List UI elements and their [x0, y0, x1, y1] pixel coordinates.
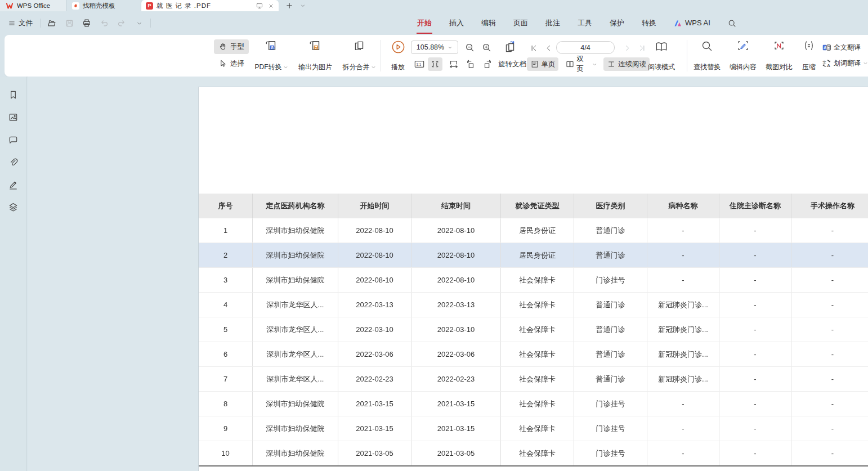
- table-cell: 深圳市龙华区人...: [253, 317, 338, 342]
- continuous-reading-button[interactable]: 连续阅读: [603, 57, 650, 71]
- tab-list-chevron-icon[interactable]: [300, 3, 306, 8]
- compress-button[interactable]: 压缩: [796, 39, 822, 72]
- open-folder-icon: [47, 18, 57, 28]
- redo-icon: [117, 18, 127, 28]
- single-page-button[interactable]: 单页: [527, 57, 558, 71]
- monitor-icon[interactable]: [256, 2, 263, 10]
- menu-item-tools[interactable]: 工具: [577, 12, 593, 34]
- next-page-button[interactable]: [620, 41, 634, 55]
- save-button[interactable]: [63, 17, 75, 29]
- bookmark-panel-button[interactable]: [7, 89, 20, 100]
- next-page-icon: [623, 44, 632, 52]
- hand-tool-button[interactable]: 手型: [214, 39, 249, 54]
- table-header-row: 序号定点医药机构名称开始时间结束时间就诊凭证类型医疗类别病种名称住院主诊断名称手…: [199, 194, 868, 218]
- layers-icon: [8, 202, 19, 213]
- zoom-in-button[interactable]: [480, 41, 493, 54]
- table-cell: 2021-03-15: [338, 416, 411, 441]
- play-button[interactable]: 播放: [385, 39, 411, 72]
- screenshot-compare-button[interactable]: 截图对比: [761, 39, 797, 72]
- pdf-convert-icon: W: [264, 39, 279, 54]
- zoom-value: 105.88%: [417, 43, 444, 51]
- split-merge-button[interactable]: 拆分合并: [338, 39, 381, 72]
- menu-item-convert[interactable]: 转换: [641, 12, 657, 34]
- comment-panel-button[interactable]: [7, 134, 20, 145]
- zoom-out-icon: [464, 42, 475, 53]
- prev-page-button[interactable]: [542, 41, 555, 55]
- continuous-reading-icon: [607, 60, 616, 69]
- rotate-pages-button[interactable]: [502, 39, 518, 55]
- pdf-page[interactable]: 序号定点医药机构名称开始时间结束时间就诊凭证类型医疗类别病种名称住院主诊断名称手…: [198, 87, 868, 471]
- close-icon[interactable]: [268, 3, 274, 9]
- pdf-convert-button[interactable]: W PDF转换: [250, 39, 293, 72]
- document-title: 就 医 记 录 .PDF: [156, 2, 252, 10]
- print-button[interactable]: [80, 17, 93, 29]
- table-cell: 社会保障卡: [501, 441, 574, 465]
- zoom-level-select[interactable]: 105.88%: [411, 41, 458, 54]
- menu-search-icon[interactable]: [727, 19, 737, 28]
- table-row: 3深圳市妇幼保健院2022-08-102022-08-10社会保障卡门诊挂号--…: [199, 267, 868, 292]
- table-cell: -: [647, 416, 719, 441]
- export-image-button[interactable]: 输出为图片: [293, 39, 338, 72]
- first-page-button[interactable]: [527, 41, 540, 55]
- table-cell: 门诊挂号: [574, 268, 647, 292]
- double-page-button[interactable]: 双页: [563, 57, 600, 71]
- undo-button[interactable]: [98, 17, 110, 29]
- table-cell: 社会保障卡: [501, 317, 574, 342]
- actual-size-button[interactable]: 1:1: [411, 57, 428, 71]
- table-header-cell: 住院主诊断名称: [719, 194, 791, 218]
- zoom-out-button[interactable]: [463, 41, 476, 54]
- signature-panel-button[interactable]: [7, 179, 20, 190]
- menu-item-insert[interactable]: 插入: [449, 12, 464, 34]
- menu-item-annotate[interactable]: 批注: [545, 12, 561, 34]
- chevron-down-icon: [863, 61, 868, 66]
- rotate-right-button[interactable]: [480, 57, 495, 71]
- page-indicator-input[interactable]: 4/4: [556, 41, 615, 54]
- reading-mode-button[interactable]: 阅读模式: [644, 39, 679, 72]
- menu-item-page[interactable]: 页面: [513, 12, 529, 34]
- window-tab-bar: WPS Office 找稻壳模板 P 就 医 记 录 .PDF: [0, 0, 868, 11]
- export-image-icon: [308, 39, 323, 54]
- fit-page-button[interactable]: [446, 57, 462, 71]
- compress-icon: [802, 39, 816, 53]
- chevron-down-icon: [283, 65, 288, 70]
- tab-wps-office[interactable]: WPS Office: [0, 0, 66, 11]
- comment-icon: [8, 134, 19, 145]
- compress-label: 压缩: [802, 62, 816, 72]
- select-tool-button[interactable]: 选择: [214, 56, 249, 71]
- edit-content-button[interactable]: 编辑内容: [725, 39, 761, 72]
- rotate-document-label[interactable]: 旋转文档: [495, 57, 529, 71]
- menu-item-wps-ai[interactable]: WPS AI: [673, 12, 711, 34]
- table-cell: -: [719, 416, 791, 441]
- table-row: 1深圳市妇幼保健院2022-08-102022-08-10居民身份证普通门诊--…: [199, 218, 868, 243]
- rotate-left-button[interactable]: [463, 57, 478, 71]
- wps-ai-label: WPS AI: [685, 12, 710, 34]
- find-replace-button[interactable]: 查找替换: [689, 39, 725, 72]
- fit-width-button[interactable]: [428, 57, 442, 71]
- table-cell: 社会保障卡: [501, 416, 574, 441]
- table-cell: -: [791, 243, 868, 267]
- find-replace-icon: [700, 39, 714, 53]
- open-folder-button[interactable]: [46, 17, 58, 29]
- pdf-convert-label: PDF转换: [255, 62, 282, 72]
- new-tab-plus-icon[interactable]: [285, 2, 293, 10]
- menu-item-edit[interactable]: 编辑: [481, 12, 496, 34]
- pdf-table: 序号定点医药机构名称开始时间结束时间就诊凭证类型医疗类别病种名称住院主诊断名称手…: [199, 194, 868, 466]
- table-cell: -: [719, 243, 791, 267]
- menu-bar: 文件 开始 插入 编辑: [0, 11, 868, 35]
- full-text-translate-button[interactable]: A字 全文翻译: [822, 43, 861, 52]
- wps-pdf-window: WPS Office 找稻壳模板 P 就 医 记 录 .PDF 文件: [0, 0, 868, 471]
- thumbnail-panel-button[interactable]: [7, 111, 20, 123]
- menu-item-protect[interactable]: 保护: [609, 12, 625, 34]
- document-view-area[interactable]: 序号定点医药机构名称开始时间结束时间就诊凭证类型医疗类别病种名称住院主诊断名称手…: [28, 77, 868, 471]
- word-translate-button[interactable]: 文A 划词翻译: [822, 59, 868, 68]
- menu-item-home[interactable]: 开始: [417, 12, 432, 34]
- tab-docer-templates[interactable]: 找稻壳模板: [66, 0, 141, 11]
- redo-button[interactable]: [115, 17, 128, 29]
- wps-logo-icon: [6, 2, 14, 10]
- layers-panel-button[interactable]: [7, 201, 20, 213]
- quick-access-chevron[interactable]: [133, 17, 145, 29]
- file-menu-button[interactable]: 文件: [6, 17, 35, 30]
- tab-document-active[interactable]: P 就 医 记 录 .PDF: [141, 0, 279, 11]
- pdf-file-icon: P: [146, 2, 153, 10]
- attachment-panel-button[interactable]: [7, 156, 20, 168]
